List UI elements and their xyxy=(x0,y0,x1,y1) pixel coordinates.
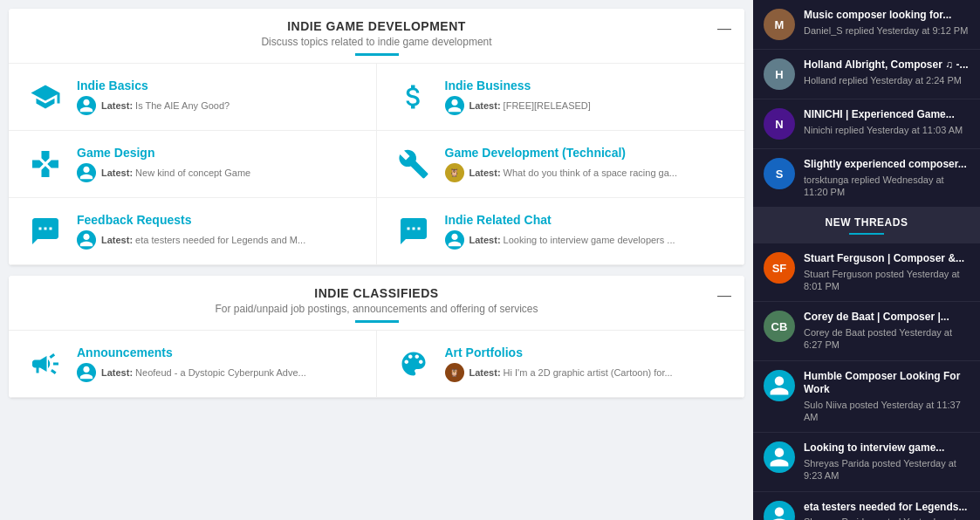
sidebar-avatar: N xyxy=(764,108,795,140)
sidebar: M Music composer looking for... Daniel_S… xyxy=(753,0,980,520)
forum-avatar xyxy=(77,163,96,182)
new-threads-header: NEW THREADS xyxy=(753,208,980,243)
thread-title: Stuart Ferguson | Composer &... xyxy=(804,252,970,266)
recent-activity-item-2[interactable]: N NINICHI | Experienced Game... Ninichi … xyxy=(753,99,980,149)
forum-item-indie-basics[interactable]: Indie Basics Latest: Is The AIE Any Good… xyxy=(9,64,377,131)
forum-name: Game Design xyxy=(77,146,359,160)
forum-grid-indie-game-dev: Indie Basics Latest: Is The AIE Any Good… xyxy=(9,63,744,265)
forum-item-game-design[interactable]: Game Design Latest: New kind of concept … xyxy=(9,131,377,198)
forum-icon-palette xyxy=(394,345,433,383)
forum-latest: Latest: [FREE][RELEASED] xyxy=(445,96,728,115)
new-thread-item-3[interactable]: Looking to interview game... Shreyas Par… xyxy=(753,433,980,491)
forum-icon-dollar xyxy=(394,78,433,116)
recent-activity-item-0[interactable]: M Music composer looking for... Daniel_S… xyxy=(753,0,980,50)
new-threads-title: NEW THREADS xyxy=(764,216,970,229)
sidebar-avatar: M xyxy=(764,9,795,40)
sidebar-item-title: Music composer looking for... xyxy=(804,9,970,23)
thread-subtitle: Shreyas Parida posted Yesterday at 9:23 … xyxy=(804,457,970,482)
thread-subtitle: Stuart Ferguson posted Yesterday at 8:01… xyxy=(804,268,970,293)
forum-icon-gamepad xyxy=(26,145,65,183)
thread-avatar: SF xyxy=(764,252,795,284)
section-indie-classifieds: INDIE CLASSIFIEDS For paid/unpaid job po… xyxy=(9,276,744,398)
forum-latest: Latest: eta testers needed for Legends a… xyxy=(77,230,359,250)
new-threads-underline xyxy=(849,233,884,235)
thread-subtitle: Shreyas Parida posted Yesterday at 9:20 … xyxy=(804,516,970,520)
new-thread-item-1[interactable]: CB Corey de Baat | Composer |... Corey d… xyxy=(753,302,980,360)
collapse-button[interactable]: — xyxy=(717,288,731,304)
new-thread-item-0[interactable]: SF Stuart Ferguson | Composer &... Stuar… xyxy=(753,243,980,302)
forum-icon-chat-dots xyxy=(394,212,433,250)
forum-name: Indie Business xyxy=(445,79,728,92)
forum-latest-text: Latest: Looking to interview game develo… xyxy=(469,235,675,245)
new-thread-item-4[interactable]: eta testers needed for Legends... Shreya… xyxy=(753,492,980,520)
section-title: INDIE GAME DEVELOPMENT xyxy=(26,19,727,33)
forum-name: Game Development (Technical) xyxy=(445,146,728,160)
section-header-indie-game-dev: INDIE GAME DEVELOPMENT Discuss topics re… xyxy=(9,9,744,63)
sidebar-item-title: Holland Albright, Composer ♫ -... xyxy=(804,58,970,72)
sidebar-avatar: H xyxy=(764,58,795,90)
forum-avatar xyxy=(77,230,96,250)
forum-latest-text: Latest: [FREE][RELEASED] xyxy=(469,100,591,111)
forum-latest-text: Latest: New kind of concept Game xyxy=(101,168,250,178)
forum-icon-megaphone xyxy=(26,345,65,383)
forum-grid-indie-classifieds: Announcements Latest: Neofeud - a Dystop… xyxy=(9,330,744,398)
forum-avatar: 🦉 xyxy=(445,163,464,182)
new-threads-list: SF Stuart Ferguson | Composer &... Stuar… xyxy=(753,243,980,520)
section-title: INDIE CLASSIFIEDS xyxy=(26,286,727,300)
sidebar-item-subtitle: Holland replied Yesterday at 2:24 PM xyxy=(804,74,970,86)
thread-title: eta testers needed for Legends... xyxy=(804,501,970,515)
forum-avatar xyxy=(445,96,464,115)
sidebar-avatar: S xyxy=(764,158,795,189)
thread-subtitle: Sulo Niiva posted Yesterday at 11:37 AM xyxy=(804,399,970,424)
forum-name: Indie Basics xyxy=(77,79,359,92)
thread-avatar: CB xyxy=(764,311,795,342)
forum-item-announcements[interactable]: Announcements Latest: Neofeud - a Dystop… xyxy=(9,331,377,398)
forum-latest: 🦉 Latest: Hi I'm a 2D graphic artist (Ca… xyxy=(445,363,728,382)
forum-latest: 🦉 Latest: What do you think of a space r… xyxy=(445,163,728,182)
thread-avatar xyxy=(764,501,795,520)
forum-name: Art Portfolios xyxy=(445,346,728,359)
thread-title: Looking to interview game... xyxy=(804,441,970,455)
sidebar-item-title: Slightly experienced composer... xyxy=(804,158,970,172)
forum-latest-text: Latest: Is The AIE Any Good? xyxy=(101,100,230,111)
section-description: Discuss topics related to indie game dev… xyxy=(26,36,727,48)
thread-title: Humble Composer Looking For Work xyxy=(804,370,970,397)
forum-latest-text: Latest: Neofeud - a Dystopic Cyberpunk A… xyxy=(101,367,306,378)
main-content: INDIE GAME DEVELOPMENT Discuss topics re… xyxy=(0,0,753,520)
forum-latest: Latest: Is The AIE Any Good? xyxy=(77,96,359,115)
forum-latest: Latest: Looking to interview game develo… xyxy=(445,230,728,250)
forum-item-indie-related-chat[interactable]: Indie Related Chat Latest: Looking to in… xyxy=(377,198,745,265)
sidebar-item-subtitle: Ninichi replied Yesterday at 11:03 AM xyxy=(804,124,970,136)
sidebar-recent: M Music composer looking for... Daniel_S… xyxy=(753,0,980,208)
section-description: For paid/unpaid job postings, announceme… xyxy=(26,303,727,315)
collapse-button[interactable]: — xyxy=(717,21,731,37)
forum-avatar: 🦉 xyxy=(445,363,464,382)
forum-avatar xyxy=(77,96,96,115)
section-underline xyxy=(355,320,399,323)
recent-activity-item-3[interactable]: S Slightly experienced composer... torsk… xyxy=(753,149,980,208)
forum-latest-text: Latest: eta testers needed for Legends a… xyxy=(101,235,305,245)
forum-latest-text: Latest: What do you think of a space rac… xyxy=(469,168,677,178)
forum-latest: Latest: New kind of concept Game xyxy=(77,163,359,182)
forum-icon-graduation-cap xyxy=(26,78,65,116)
section-indie-game-dev: INDIE GAME DEVELOPMENT Discuss topics re… xyxy=(9,9,744,265)
forum-item-indie-business[interactable]: Indie Business Latest: [FREE][RELEASED] xyxy=(377,64,745,131)
forum-item-game-dev-technical[interactable]: Game Development (Technical) 🦉 Latest: W… xyxy=(377,131,745,198)
forum-avatar xyxy=(77,363,96,382)
forum-icon-chat-bubble xyxy=(26,212,65,250)
forum-name: Announcements xyxy=(77,346,359,359)
forum-item-feedback-requests[interactable]: Feedback Requests Latest: eta testers ne… xyxy=(9,198,377,265)
section-underline xyxy=(355,53,399,56)
forum-latest-text: Latest: Hi I'm a 2D graphic artist (Cart… xyxy=(469,367,673,378)
recent-activity-item-1[interactable]: H Holland Albright, Composer ♫ -... Holl… xyxy=(753,50,980,99)
thread-avatar xyxy=(764,370,795,401)
sidebar-item-subtitle: Daniel_S replied Yesterday at 9:12 PM xyxy=(804,24,970,37)
sidebar-item-subtitle: torsktunga replied Wednesday at 11:20 PM xyxy=(804,174,970,199)
forum-name: Indie Related Chat xyxy=(445,213,728,227)
forum-icon-wrench xyxy=(394,145,433,183)
thread-title: Corey de Baat | Composer |... xyxy=(804,311,970,325)
new-thread-item-2[interactable]: Humble Composer Looking For Work Sulo Ni… xyxy=(753,361,980,434)
forum-avatar xyxy=(445,230,464,250)
forum-item-art-portfolios[interactable]: Art Portfolios 🦉 Latest: Hi I'm a 2D gra… xyxy=(377,331,745,398)
sidebar-item-title: NINICHI | Experienced Game... xyxy=(804,108,970,122)
